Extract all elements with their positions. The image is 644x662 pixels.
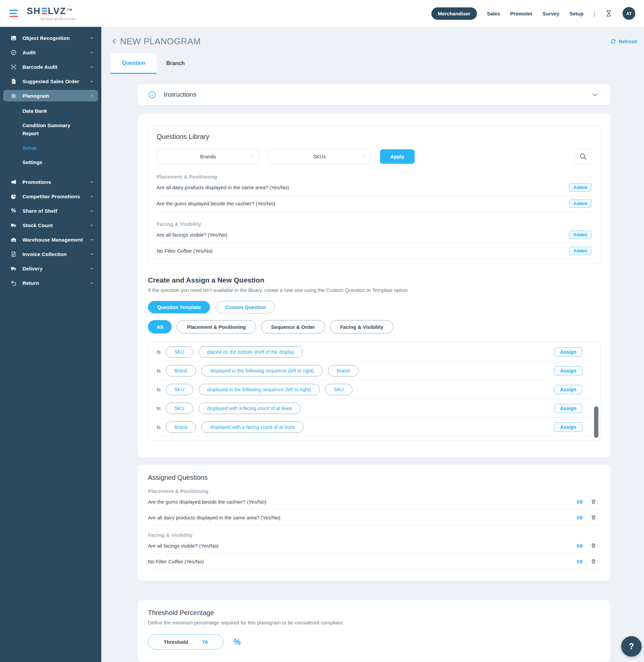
sidebar-item-audit[interactable]: Audit — [3, 47, 98, 58]
nav-survey[interactable]: Survey — [543, 11, 559, 17]
sidebar-item-barcode-audit[interactable]: Barcode Audit — [3, 61, 98, 72]
chevron-down-icon — [361, 154, 366, 159]
assign-button[interactable]: Assign — [554, 404, 582, 413]
sidebar-submenu: Data BankCondition Summary ReportSetupSe… — [0, 104, 101, 176]
template-pill[interactable]: Brand — [328, 365, 359, 376]
tab-question[interactable]: Question — [111, 53, 157, 74]
trash-icon[interactable] — [591, 558, 596, 564]
library-question-row: Are all dairy products displayed in the … — [157, 180, 592, 196]
tab-branch[interactable]: Branch — [157, 53, 194, 74]
template-pill[interactable]: displayed with a facing count of at leas… — [199, 403, 301, 414]
threshold-input-value: 78 — [202, 639, 208, 645]
template-pill[interactable]: SKU — [325, 384, 352, 395]
sidebar-item-stock-count[interactable]: Stock Count — [3, 220, 98, 231]
instructions-panel[interactable]: Instructions — [138, 84, 611, 105]
category-facing-and-visibility[interactable]: Facing & Visibility — [330, 320, 393, 334]
added-badge[interactable]: Added — [569, 199, 592, 208]
sidebar-item-label: Return — [22, 280, 90, 286]
category-sequence-and-order[interactable]: Sequence & Order — [261, 320, 325, 334]
template-rows: IsSKUplaced on the bottom shelf of the d… — [157, 343, 592, 436]
threshold-input-row: Threshold 78 % — [148, 634, 600, 649]
nav-sales[interactable]: Sales — [487, 11, 500, 17]
help-button[interactable]: ? — [621, 636, 642, 657]
chevron-down-icon[interactable] — [591, 91, 599, 99]
assign-button[interactable]: Assign — [554, 366, 582, 375]
category-placement-and-positioning[interactable]: Placement & Positioning — [177, 320, 256, 334]
sidebar-item-label: Audit — [22, 50, 90, 55]
category-all[interactable]: All — [148, 320, 172, 334]
sidebar-item-promotions[interactable]: Promotions — [3, 176, 98, 187]
template-pill[interactable]: Brand — [166, 421, 196, 433]
scrollbar-thumb[interactable] — [594, 406, 598, 438]
back-chevron-icon[interactable] — [111, 38, 118, 45]
template-prefix: Is — [157, 405, 161, 411]
added-badge[interactable]: Added — [569, 247, 592, 255]
brands-select[interactable]: Brands — [157, 149, 259, 164]
skus-select[interactable]: SKUs — [268, 149, 371, 164]
sidebar-item-warehouse-management[interactable]: Warehouse Management — [3, 234, 98, 245]
apply-button[interactable]: Apply — [380, 149, 415, 164]
create-assign-title: Create and Assign a New Question — [148, 276, 600, 284]
added-badge[interactable]: Added — [569, 230, 592, 239]
avatar[interactable]: AT — [623, 7, 635, 20]
added-badge[interactable]: Added — [569, 183, 592, 191]
search-button[interactable] — [575, 149, 592, 164]
sidebar-item-delivery[interactable]: Delivery — [3, 263, 98, 274]
assigned-question-row: Are the gums displayed beside the cashie… — [148, 494, 600, 510]
assign-button[interactable]: Assign — [554, 423, 582, 432]
image-icon — [10, 35, 17, 41]
nav-setup[interactable]: Setup — [570, 11, 584, 17]
sidebar-item-suggested-sales-order[interactable]: Suggested Sales Order — [3, 75, 98, 87]
mode-toggle-row: Question TemplateCustom Question — [148, 301, 600, 313]
sidebar-subitem-settings[interactable]: Settings — [22, 158, 81, 166]
header-nav: MerchandiserSalesPromoterSurveySetup|AT — [431, 7, 635, 20]
library-question-row: Are the gums displayed beside the cashie… — [157, 196, 592, 212]
sidebar-item-competitor-promotions[interactable]: Competitor Promotions — [3, 190, 98, 202]
chevron-down-icon — [90, 252, 94, 256]
chevron-down-icon — [250, 154, 255, 159]
question-text: No Filter Coffee (Yes/No) — [157, 248, 213, 254]
hamburger-menu-icon[interactable] — [9, 10, 18, 17]
template-pill[interactable]: SKU — [166, 384, 193, 395]
library-question-list: Placement & Positioning Are all dairy pr… — [157, 174, 592, 259]
nav-promoter[interactable]: Promoter — [510, 11, 533, 17]
template-pill[interactable]: SKU — [166, 403, 193, 414]
template-pill[interactable]: displayed in the following sequence (lef… — [201, 365, 323, 376]
sidebar-subitem-setup[interactable]: Setup — [22, 144, 81, 152]
template-pill[interactable]: displayed in the following sequence (lef… — [199, 384, 320, 395]
trash-icon[interactable] — [591, 499, 596, 505]
trash-icon[interactable] — [591, 543, 596, 549]
sidebar-item-label: Planogram — [22, 93, 90, 99]
sidebar-subitem-data-bank[interactable]: Data Bank — [22, 107, 81, 115]
assign-button[interactable]: Assign — [554, 385, 582, 394]
nav-merchandiser[interactable]: Merchandiser — [431, 7, 477, 20]
threshold-input[interactable]: Threshold 78 — [148, 634, 223, 649]
template-pill[interactable]: SKU — [166, 346, 193, 358]
audit-check-icon — [10, 49, 17, 56]
mode-question-template[interactable]: Question Template — [148, 301, 210, 313]
mode-custom-question[interactable]: Custom Question — [216, 301, 275, 313]
sidebar-item-share-of-shelf[interactable]: % Share of Shelf — [3, 205, 98, 216]
assign-button[interactable]: Assign — [554, 347, 582, 357]
sidebar-item-label: Stock Count — [22, 223, 90, 228]
create-assign-subtitle: If the question you need isn't available… — [148, 287, 600, 293]
sidebar-item-planogram[interactable]: Planogram — [3, 90, 98, 101]
sidebar-item-return[interactable]: Return — [3, 277, 98, 289]
sidebar-subitem-condition-summary-report[interactable]: Condition Summary Report — [22, 121, 81, 137]
question-text: Are all facings visible? (Yes/No) — [157, 232, 227, 237]
sidebar-item-label: Delivery — [22, 266, 90, 271]
instructions-label: Instructions — [164, 91, 196, 98]
template-pill[interactable]: displayed with a facing count of at leas… — [201, 421, 303, 433]
sidebar-item-invoice-collection[interactable]: Invoice Collection — [3, 248, 98, 260]
chevron-down-icon — [90, 50, 94, 55]
main-content: NEW PLANOGRAM Refresh Question Branch In… — [101, 27, 644, 662]
pie-chart-icon — [10, 193, 17, 200]
trash-icon[interactable] — [591, 515, 596, 520]
question-setup-card: Questions Library Brands SKUs — [138, 114, 611, 458]
template-pill[interactable]: placed on the bottom shelf of the displa… — [199, 346, 303, 358]
template-prefix: Is — [157, 387, 161, 392]
hourglass-icon[interactable] — [605, 10, 613, 17]
template-pill[interactable]: Brand — [166, 365, 196, 376]
sidebar-item-object-recognition[interactable]: Object Recognition — [3, 32, 98, 44]
refresh-button[interactable]: Refresh — [611, 39, 637, 44]
